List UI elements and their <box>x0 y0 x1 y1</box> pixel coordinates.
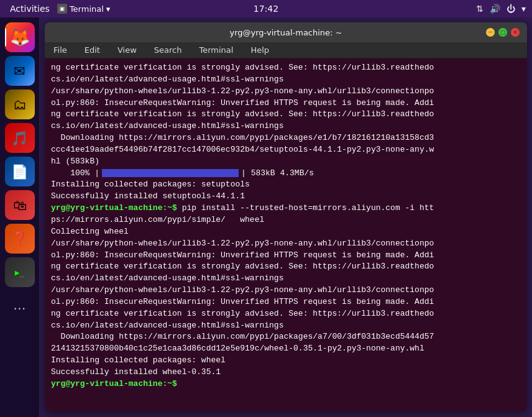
term-line: cs.io/en/latest/advanced-usage.html#ssl-… <box>51 320 521 332</box>
term-prompt: yrg@yrg-virtual-machine:~$ <box>51 203 177 213</box>
term-line: /usr/share/python-wheels/urllib3-1.22-py… <box>51 238 521 250</box>
term-line: ng certificate verification is strongly … <box>51 109 521 121</box>
volume-icon[interactable]: 🔊 <box>490 4 500 14</box>
term-line: ccc41ee19aadef54496b74f2817cc147006ec932… <box>51 144 521 156</box>
term-line: /usr/share/python-wheels/urllib3-1.22-py… <box>51 86 521 98</box>
terminal-indicator[interactable]: ▣ Terminal ▾ <box>57 4 110 14</box>
dock-item-firefox[interactable]: 🦊 <box>5 22 35 52</box>
term-line: ng certificate verification is strongly … <box>51 261 521 273</box>
term-command: pip install --trusted-host=mirrors.aliyu… <box>177 203 434 213</box>
dock-item-writer[interactable]: 📄 <box>5 157 35 186</box>
dock-item-show-apps[interactable]: ⋯ <box>5 293 35 323</box>
term-line: hl (583kB) <box>51 156 521 168</box>
system-bar-right: ⇅ 🔊 ⏻ ▾ <box>476 4 526 14</box>
term-line: Installing collected packages: setuptool… <box>51 179 521 191</box>
term-line: Collecting wheel <box>51 226 521 238</box>
term-line: /usr/share/python-wheels/urllib3-1.22-py… <box>51 285 521 296</box>
menu-search[interactable]: Search <box>150 44 186 56</box>
dock-item-files[interactable]: 🗂 <box>5 89 35 119</box>
terminal-window: yrg@yrg-virtual-machine: ~ ─ □ ✕ File Ed… <box>45 22 527 412</box>
main-layout: 🦊 ✉ 🗂 🎵 📄 🛍 ❓ ▶_ ⋯ yrg@yrg-virtual-machi… <box>0 17 532 417</box>
time-display: 17:42 <box>254 4 278 14</box>
term-final-prompt-line: yrg@yrg-virtual-machine:~$ <box>51 378 521 390</box>
power-icon[interactable]: ⏻ <box>507 4 515 14</box>
menu-file[interactable]: File <box>50 44 71 56</box>
terminal-body[interactable]: ng certificate verification is strongly … <box>45 58 527 412</box>
close-button[interactable]: ✕ <box>511 28 520 37</box>
term-line: ng certificate verification is strongly … <box>51 62 521 74</box>
terminal-title: yrg@yrg-virtual-machine: ~ <box>230 28 342 37</box>
dock-item-terminal[interactable]: ▶_ <box>5 257 35 287</box>
terminal-menu-bar: File Edit View Search Terminal Help <box>45 42 527 58</box>
menu-edit[interactable]: Edit <box>81 44 104 56</box>
application-dock: 🦊 ✉ 🗂 🎵 📄 🛍 ❓ ▶_ ⋯ <box>0 17 40 417</box>
term-prompt-line: yrg@yrg-virtual-machine:~$ pip install -… <box>51 203 521 214</box>
dock-item-help[interactable]: ❓ <box>5 224 35 254</box>
term-final-prompt: yrg@yrg-virtual-machine:~$ <box>51 379 177 388</box>
term-line: ol.py:860: InsecureRequestWarning: Unver… <box>51 296 521 308</box>
menu-terminal[interactable]: Terminal <box>195 44 237 56</box>
window-controls: ─ □ ✕ <box>486 28 520 37</box>
term-progress-line: 100% || 583kB 4.3MB/s <box>51 168 521 180</box>
term-cursor <box>177 379 182 388</box>
system-bar: Activities ▣ Terminal ▾ 17:42 ⇅ 🔊 ⏻ ▾ <box>0 0 532 17</box>
term-line: ol.py:860: InsecureRequestWarning: Unver… <box>51 250 521 262</box>
term-line: ng certificate verification is strongly … <box>51 308 521 320</box>
term-line: cs.io/en/latest/advanced-usage.html#ssl-… <box>51 74 521 86</box>
content-area: yrg@yrg-virtual-machine: ~ ─ □ ✕ File Ed… <box>40 17 532 417</box>
maximize-button[interactable]: □ <box>498 28 507 37</box>
term-line: Downloading https://mirrors.aliyun.com/p… <box>51 132 521 144</box>
menu-view[interactable]: View <box>114 44 140 56</box>
term-line: cs.io/en/latest/advanced-usage.html#ssl-… <box>51 273 521 285</box>
term-line: cs.io/en/latest/advanced-usage.html#ssl-… <box>51 121 521 132</box>
dock-item-appstore[interactable]: 🛍 <box>5 190 35 220</box>
terminal-title-bar: yrg@yrg-virtual-machine: ~ ─ □ ✕ <box>45 22 527 42</box>
term-line: 21413215370800b40c1c25e1caa3d86cdd12e5e9… <box>51 343 521 355</box>
terminal-dropdown-arrow[interactable]: ▾ <box>106 4 111 14</box>
activities-button[interactable]: Activities <box>6 2 53 15</box>
system-bar-left: Activities ▣ Terminal ▾ <box>6 2 110 15</box>
dock-item-thunderbird[interactable]: ✉ <box>5 56 35 86</box>
menu-help[interactable]: Help <box>247 44 273 56</box>
term-line: Installing collected packages: wheel <box>51 355 521 367</box>
minimize-button[interactable]: ─ <box>486 28 495 37</box>
term-line: ps://mirrors.aliyun.com/pypi/simple/ whe… <box>51 214 521 226</box>
term-line: Downloading https://mirrors.aliyun.com/p… <box>51 331 521 343</box>
term-line: ol.py:860: InsecureRequestWarning: Unver… <box>51 98 521 109</box>
network-icon[interactable]: ⇅ <box>476 4 484 14</box>
terminal-taskbar-label: Terminal <box>70 4 104 14</box>
terminal-taskbar-icon: ▣ <box>57 4 67 14</box>
term-line: Successfully installed wheel-0.35.1 <box>51 367 521 378</box>
settings-dropdown-icon[interactable]: ▾ <box>521 4 526 14</box>
system-clock[interactable]: 17:42 <box>254 4 278 14</box>
term-line: Successfully installed setuptools-44.1.1 <box>51 191 521 203</box>
progress-bar <box>102 169 239 177</box>
dock-item-rhythmbox[interactable]: 🎵 <box>5 123 35 153</box>
